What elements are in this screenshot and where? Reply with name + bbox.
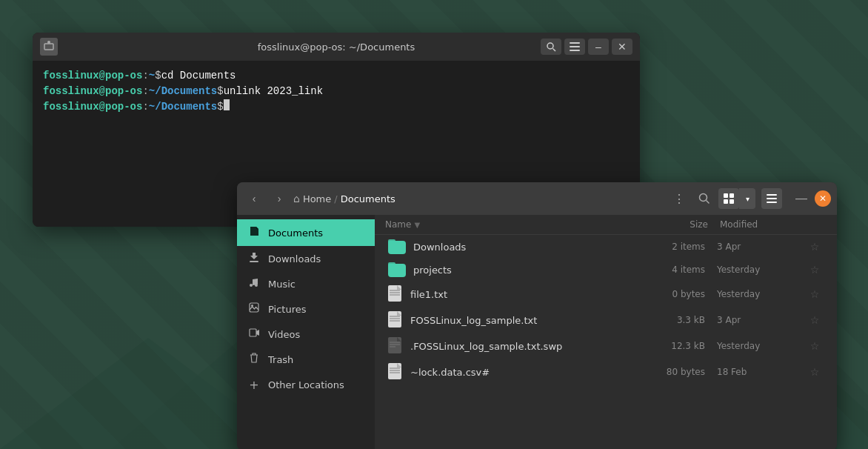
svg-rect-16 <box>730 199 734 204</box>
close-button[interactable]: ✕ <box>815 190 831 207</box>
svg-rect-17 <box>767 194 777 196</box>
documents-icon <box>247 225 261 240</box>
file-size: 3.3 kB <box>643 315 717 325</box>
file-name: FOSSLinux_log_sample.txt <box>410 315 537 326</box>
terminal-prompt-path-2: ~/Documents <box>149 84 217 99</box>
view-toggle: ▾ <box>718 188 755 209</box>
file-name: Downloads <box>413 242 466 253</box>
star-button[interactable]: ☆ <box>806 366 824 378</box>
svg-rect-9 <box>570 46 580 47</box>
sidebar-item-pictures[interactable]: Pictures <box>237 296 375 322</box>
sort-arrow-icon: ▼ <box>414 221 420 229</box>
file-size: 80 bytes <box>643 367 717 377</box>
table-row[interactable]: FOSSLinux_log_sample.txt 3.3 kB 3 Apr ☆ <box>378 307 834 333</box>
txt-file-icon <box>388 285 403 303</box>
file-list-body: Downloads 2 items 3 Apr ☆ projects 4 ite… <box>375 235 837 449</box>
sidebar-item-videos[interactable]: Videos <box>237 322 375 347</box>
sidebar-item-music[interactable]: Music <box>237 271 375 296</box>
row-name-projects: projects <box>388 262 643 277</box>
terminal-prompt-path-3: ~/Documents <box>149 99 217 115</box>
row-name-file1: file1.txt <box>388 285 643 303</box>
file-size: 2 items <box>643 242 717 252</box>
file-size: 0 bytes <box>643 289 717 299</box>
sidebar-item-other-locations[interactable]: + Other Locations <box>237 372 375 398</box>
terminal-prompt-path: ~ <box>149 68 155 84</box>
list-view-button[interactable] <box>761 188 782 209</box>
terminal-command-2: unlink 2023_link <box>224 84 323 99</box>
terminal-cursor <box>224 99 230 110</box>
sidebar-label-trash: Trash <box>268 354 293 365</box>
back-button[interactable]: ‹ <box>243 188 265 209</box>
home-icon: ⌂ <box>293 193 300 204</box>
svg-rect-18 <box>767 198 777 199</box>
svg-point-11 <box>700 194 707 202</box>
breadcrumb-separator: / <box>334 193 337 204</box>
pictures-icon <box>247 302 261 316</box>
star-button[interactable]: ☆ <box>806 340 824 352</box>
terminal-line-1: fosslinux@pop-os:~$ cd Documents <box>43 68 630 84</box>
minimize-button[interactable]: — <box>791 188 812 209</box>
star-button[interactable]: ☆ <box>806 264 824 276</box>
svg-rect-8 <box>570 42 580 44</box>
star-button[interactable]: ☆ <box>806 314 824 326</box>
svg-rect-14 <box>730 193 734 198</box>
swp-file-icon <box>388 337 403 355</box>
sidebar-item-downloads[interactable]: Downloads <box>237 246 375 271</box>
grid-view-chevron[interactable]: ▾ <box>739 188 755 209</box>
sidebar-label-downloads: Downloads <box>268 253 321 265</box>
file-modified: Yesterday <box>717 289 806 299</box>
svg-rect-10 <box>570 50 580 51</box>
file-modified: Yesterday <box>717 265 806 275</box>
svg-rect-19 <box>767 202 777 203</box>
file-size: 12.3 kB <box>643 341 717 351</box>
star-button[interactable]: ☆ <box>806 288 824 300</box>
file-size: 4 items <box>643 265 717 275</box>
terminal-close-button[interactable]: ✕ <box>612 39 632 55</box>
terminal-minimize-button[interactable]: – <box>588 39 609 55</box>
sidebar-item-documents[interactable]: Documents <box>237 219 375 246</box>
sidebar-label-music: Music <box>268 279 296 290</box>
svg-line-12 <box>707 201 710 204</box>
sidebar: Documents Downloads Music Pictures <box>237 215 375 449</box>
terminal-line-3: fosslinux@pop-os:~/Documents$ <box>43 99 630 115</box>
row-name-fosslinux-log: FOSSLinux_log_sample.txt <box>388 311 643 329</box>
column-name[interactable]: Name ▼ <box>385 219 646 230</box>
csv-file-icon <box>388 363 403 381</box>
terminal-window-controls: – ✕ <box>541 39 632 55</box>
svg-rect-21 <box>250 303 258 312</box>
videos-icon <box>247 327 261 341</box>
file-modified: 3 Apr <box>717 242 806 252</box>
star-button[interactable]: ☆ <box>806 241 824 253</box>
breadcrumb-current: Documents <box>341 193 395 204</box>
menu-button[interactable]: ⋮ <box>668 188 690 209</box>
terminal-prompt-user-2: fosslinux@pop-os <box>43 84 142 99</box>
table-row[interactable]: projects 4 items Yesterday ☆ <box>378 259 834 281</box>
svg-line-7 <box>552 48 555 51</box>
sidebar-label-videos: Videos <box>268 329 300 340</box>
table-row[interactable]: Downloads 2 items 3 Apr ☆ <box>378 236 834 258</box>
svg-rect-4 <box>44 44 53 50</box>
breadcrumb-home[interactable]: Home <box>303 193 331 204</box>
terminal-menu-button[interactable] <box>564 39 585 55</box>
search-button[interactable] <box>693 188 715 209</box>
grid-view-button[interactable] <box>718 188 739 209</box>
folder-teal-icon <box>388 262 406 277</box>
sidebar-label-documents: Documents <box>268 227 323 239</box>
table-row[interactable]: file1.txt 0 bytes Yesterday ☆ <box>378 282 834 307</box>
sidebar-label-other-locations: Other Locations <box>268 379 344 390</box>
table-row[interactable]: ~lock.data.csv# 80 bytes 18 Feb ☆ <box>378 359 834 385</box>
sidebar-item-trash[interactable]: Trash <box>237 347 375 372</box>
breadcrumb: ⌂ Home / Documents <box>293 193 665 204</box>
terminal-titlebar-left <box>40 38 58 56</box>
file-modified: Yesterday <box>717 341 806 351</box>
table-row[interactable]: .FOSSLinux_log_sample.txt.swp 12.3 kB Ye… <box>378 333 834 359</box>
row-name-fosslinux-swp: .FOSSLinux_log_sample.txt.swp <box>388 337 643 355</box>
file-list: Name ▼ Size Modified Downloads 2 items 3… <box>375 215 837 449</box>
file-modified: 3 Apr <box>717 315 806 325</box>
forward-button[interactable]: › <box>268 188 290 209</box>
terminal-search-button[interactable] <box>541 39 561 55</box>
filemanager-window: ‹ › ⌂ Home / Documents ⋮ ▾ — ✕ <box>237 182 837 449</box>
column-name-label: Name <box>385 219 411 230</box>
row-name-lock-csv: ~lock.data.csv# <box>388 363 643 381</box>
column-size: Size <box>646 219 720 230</box>
